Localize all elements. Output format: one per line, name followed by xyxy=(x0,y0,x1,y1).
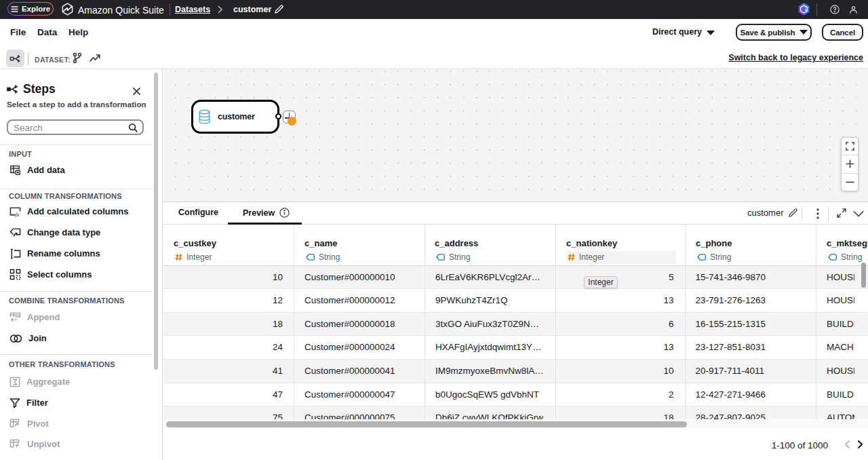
svg-text:fx: fx xyxy=(16,210,20,216)
